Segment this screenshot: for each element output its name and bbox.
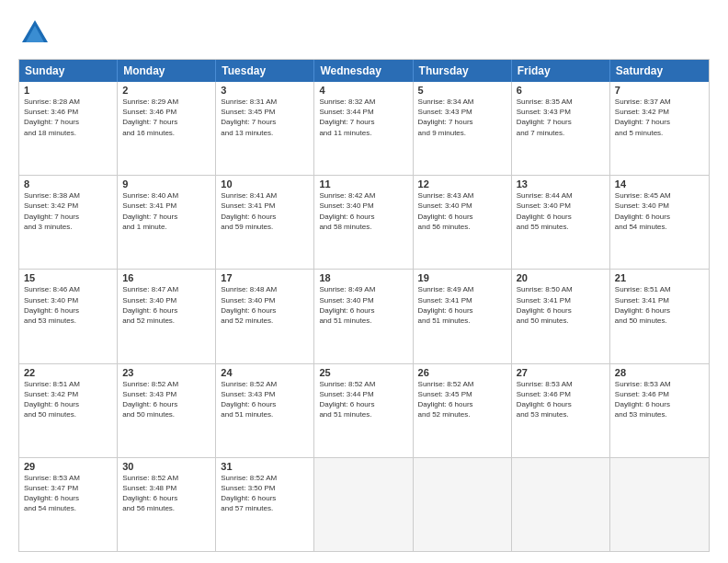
calendar-body: 1Sunrise: 8:28 AM Sunset: 3:46 PM Daylig… bbox=[19, 82, 709, 551]
header-day-friday: Friday bbox=[512, 60, 610, 82]
day-number: 15 bbox=[24, 272, 112, 283]
day-28: 28Sunrise: 8:53 AM Sunset: 3:46 PM Dayli… bbox=[610, 364, 709, 457]
day-info: Sunrise: 8:49 AM Sunset: 3:41 PM Dayligh… bbox=[418, 284, 506, 326]
calendar-week-5: 29Sunrise: 8:53 AM Sunset: 3:47 PM Dayli… bbox=[19, 457, 709, 551]
day-info: Sunrise: 8:28 AM Sunset: 3:46 PM Dayligh… bbox=[24, 97, 112, 138]
day-info: Sunrise: 8:47 AM Sunset: 3:40 PM Dayligh… bbox=[122, 284, 210, 326]
day-number: 26 bbox=[418, 367, 506, 378]
day-number: 8 bbox=[24, 178, 112, 190]
empty-cell bbox=[512, 458, 610, 551]
day-info: Sunrise: 8:31 AM Sunset: 3:45 PM Dayligh… bbox=[221, 97, 309, 138]
day-5: 5Sunrise: 8:34 AM Sunset: 3:43 PM Daylig… bbox=[414, 82, 512, 175]
day-info: Sunrise: 8:41 AM Sunset: 3:41 PM Dayligh… bbox=[221, 190, 309, 232]
day-25: 25Sunrise: 8:52 AM Sunset: 3:44 PM Dayli… bbox=[314, 364, 413, 457]
day-24: 24Sunrise: 8:52 AM Sunset: 3:43 PM Dayli… bbox=[216, 364, 314, 457]
page: SundayMondayTuesdayWednesdayThursdayFrid… bbox=[0, 0, 728, 563]
day-number: 3 bbox=[221, 85, 309, 96]
day-26: 26Sunrise: 8:52 AM Sunset: 3:45 PM Dayli… bbox=[414, 364, 512, 457]
day-17: 17Sunrise: 8:48 AM Sunset: 3:40 PM Dayli… bbox=[216, 270, 314, 362]
day-info: Sunrise: 8:52 AM Sunset: 3:48 PM Dayligh… bbox=[122, 473, 210, 514]
day-12: 12Sunrise: 8:43 AM Sunset: 3:40 PM Dayli… bbox=[414, 176, 512, 269]
day-number: 4 bbox=[319, 85, 407, 96]
day-number: 18 bbox=[319, 272, 407, 283]
day-4: 4Sunrise: 8:32 AM Sunset: 3:44 PM Daylig… bbox=[314, 82, 413, 175]
day-number: 27 bbox=[517, 367, 605, 378]
day-number: 12 bbox=[418, 178, 506, 190]
day-15: 15Sunrise: 8:46 AM Sunset: 3:40 PM Dayli… bbox=[19, 270, 118, 362]
day-number: 10 bbox=[221, 178, 309, 190]
day-number: 6 bbox=[517, 85, 605, 96]
day-info: Sunrise: 8:34 AM Sunset: 3:43 PM Dayligh… bbox=[418, 97, 506, 138]
day-number: 7 bbox=[615, 85, 704, 96]
empty-cell bbox=[314, 458, 413, 551]
day-info: Sunrise: 8:29 AM Sunset: 3:46 PM Dayligh… bbox=[122, 97, 210, 138]
day-info: Sunrise: 8:37 AM Sunset: 3:42 PM Dayligh… bbox=[615, 97, 704, 138]
day-number: 2 bbox=[122, 85, 210, 96]
day-info: Sunrise: 8:52 AM Sunset: 3:43 PM Dayligh… bbox=[122, 379, 210, 420]
day-number: 21 bbox=[615, 272, 704, 283]
day-2: 2Sunrise: 8:29 AM Sunset: 3:46 PM Daylig… bbox=[118, 82, 216, 175]
day-number: 29 bbox=[24, 461, 112, 472]
day-info: Sunrise: 8:52 AM Sunset: 3:43 PM Dayligh… bbox=[221, 379, 309, 420]
day-info: Sunrise: 8:32 AM Sunset: 3:44 PM Dayligh… bbox=[319, 97, 407, 138]
day-number: 20 bbox=[517, 272, 605, 283]
day-22: 22Sunrise: 8:51 AM Sunset: 3:42 PM Dayli… bbox=[19, 364, 118, 457]
day-info: Sunrise: 8:45 AM Sunset: 3:40 PM Dayligh… bbox=[615, 190, 704, 232]
day-info: Sunrise: 8:38 AM Sunset: 3:42 PM Dayligh… bbox=[24, 190, 112, 232]
day-number: 13 bbox=[517, 178, 605, 190]
day-18: 18Sunrise: 8:49 AM Sunset: 3:40 PM Dayli… bbox=[314, 270, 413, 362]
day-info: Sunrise: 8:35 AM Sunset: 3:43 PM Dayligh… bbox=[517, 97, 605, 138]
day-29: 29Sunrise: 8:53 AM Sunset: 3:47 PM Dayli… bbox=[19, 458, 118, 551]
day-number: 9 bbox=[122, 178, 210, 190]
day-number: 17 bbox=[221, 272, 309, 283]
day-info: Sunrise: 8:40 AM Sunset: 3:41 PM Dayligh… bbox=[122, 190, 210, 232]
day-number: 23 bbox=[122, 367, 210, 378]
day-6: 6Sunrise: 8:35 AM Sunset: 3:43 PM Daylig… bbox=[512, 82, 610, 175]
day-info: Sunrise: 8:48 AM Sunset: 3:40 PM Dayligh… bbox=[221, 284, 309, 326]
day-number: 16 bbox=[122, 272, 210, 283]
day-30: 30Sunrise: 8:52 AM Sunset: 3:48 PM Dayli… bbox=[118, 458, 216, 551]
day-number: 14 bbox=[615, 178, 704, 190]
calendar-week-1: 1Sunrise: 8:28 AM Sunset: 3:46 PM Daylig… bbox=[19, 82, 709, 175]
day-19: 19Sunrise: 8:49 AM Sunset: 3:41 PM Dayli… bbox=[414, 270, 512, 362]
day-31: 31Sunrise: 8:52 AM Sunset: 3:50 PM Dayli… bbox=[216, 458, 314, 551]
calendar-week-2: 8Sunrise: 8:38 AM Sunset: 3:42 PM Daylig… bbox=[19, 175, 709, 269]
day-number: 25 bbox=[319, 367, 407, 378]
day-number: 1 bbox=[24, 85, 112, 96]
day-21: 21Sunrise: 8:51 AM Sunset: 3:41 PM Dayli… bbox=[610, 270, 709, 362]
day-1: 1Sunrise: 8:28 AM Sunset: 3:46 PM Daylig… bbox=[19, 82, 118, 175]
day-info: Sunrise: 8:51 AM Sunset: 3:41 PM Dayligh… bbox=[615, 284, 704, 326]
day-20: 20Sunrise: 8:50 AM Sunset: 3:41 PM Dayli… bbox=[512, 270, 610, 362]
calendar-week-3: 15Sunrise: 8:46 AM Sunset: 3:40 PM Dayli… bbox=[19, 269, 709, 362]
day-info: Sunrise: 8:44 AM Sunset: 3:40 PM Dayligh… bbox=[517, 190, 605, 232]
day-info: Sunrise: 8:49 AM Sunset: 3:40 PM Dayligh… bbox=[319, 284, 407, 326]
day-number: 22 bbox=[24, 367, 112, 378]
calendar-header-row: SundayMondayTuesdayWednesdayThursdayFrid… bbox=[19, 60, 709, 82]
day-number: 28 bbox=[615, 367, 704, 378]
day-23: 23Sunrise: 8:52 AM Sunset: 3:43 PM Dayli… bbox=[118, 364, 216, 457]
day-number: 11 bbox=[319, 178, 407, 190]
header-day-monday: Monday bbox=[118, 60, 216, 82]
header-day-wednesday: Wednesday bbox=[314, 60, 413, 82]
header bbox=[18, 17, 710, 50]
day-3: 3Sunrise: 8:31 AM Sunset: 3:45 PM Daylig… bbox=[216, 82, 314, 175]
day-27: 27Sunrise: 8:53 AM Sunset: 3:46 PM Dayli… bbox=[512, 364, 610, 457]
day-info: Sunrise: 8:42 AM Sunset: 3:40 PM Dayligh… bbox=[319, 190, 407, 232]
day-8: 8Sunrise: 8:38 AM Sunset: 3:42 PM Daylig… bbox=[19, 176, 118, 269]
day-info: Sunrise: 8:53 AM Sunset: 3:46 PM Dayligh… bbox=[615, 379, 704, 420]
day-info: Sunrise: 8:52 AM Sunset: 3:50 PM Dayligh… bbox=[221, 473, 309, 514]
calendar-week-4: 22Sunrise: 8:51 AM Sunset: 3:42 PM Dayli… bbox=[19, 363, 709, 457]
header-day-saturday: Saturday bbox=[610, 60, 709, 82]
day-11: 11Sunrise: 8:42 AM Sunset: 3:40 PM Dayli… bbox=[314, 176, 413, 269]
header-day-tuesday: Tuesday bbox=[216, 60, 314, 82]
day-info: Sunrise: 8:52 AM Sunset: 3:45 PM Dayligh… bbox=[418, 379, 506, 420]
header-day-sunday: Sunday bbox=[19, 60, 118, 82]
day-info: Sunrise: 8:53 AM Sunset: 3:46 PM Dayligh… bbox=[517, 379, 605, 420]
day-number: 5 bbox=[418, 85, 506, 96]
day-number: 31 bbox=[221, 461, 309, 472]
day-info: Sunrise: 8:46 AM Sunset: 3:40 PM Dayligh… bbox=[24, 284, 112, 326]
day-10: 10Sunrise: 8:41 AM Sunset: 3:41 PM Dayli… bbox=[216, 176, 314, 269]
day-info: Sunrise: 8:53 AM Sunset: 3:47 PM Dayligh… bbox=[24, 473, 112, 514]
day-9: 9Sunrise: 8:40 AM Sunset: 3:41 PM Daylig… bbox=[118, 176, 216, 269]
day-number: 19 bbox=[418, 272, 506, 283]
